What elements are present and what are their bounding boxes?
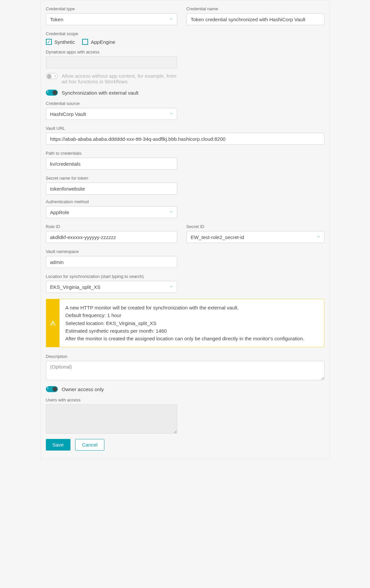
scope-synthetic-label: Synthetic [55,39,75,45]
description-input[interactable] [46,361,324,380]
vault-url-input[interactable] [46,133,324,145]
path-credentials-input[interactable] [46,158,177,170]
apps-access-input[interactable] [46,56,177,68]
save-button[interactable]: Save [46,439,70,451]
credential-type-value[interactable] [46,13,177,25]
credential-type-label: Credential type [46,6,177,11]
owner-access-label: Owner access only [62,386,104,392]
warning-line-5: After the monitor is created the assigne… [65,335,305,342]
warning-line-2: Default frequency: 1 hour [65,311,305,319]
warning-line-1: A new HTTP monitor will be created for s… [65,304,305,311]
role-id-label: Role ID [46,224,177,229]
scope-appengine-checkbox[interactable]: AppEngine [82,39,115,45]
sync-vault-label: Synchronization with external vault [62,90,139,96]
secret-id-select[interactable] [186,231,324,243]
warning-icon [46,299,60,347]
secret-id-value[interactable] [186,231,324,243]
secret-id-label: Secret ID [186,224,324,229]
credential-source-value[interactable] [46,108,177,120]
owner-access-toggle[interactable]: I [46,386,58,392]
users-access-label: Users with access [46,397,324,402]
auth-method-label: Authentication method [46,199,177,204]
allow-access-toggle[interactable] [46,73,58,79]
credential-name-input[interactable] [186,13,324,25]
vault-namespace-label: Vault namespace [46,249,177,254]
checkbox-checked-icon: ✓ [46,39,52,45]
description-label: Description [46,354,324,359]
role-id-input[interactable] [46,231,177,243]
location-sync-label: Location for synchronization (start typi… [46,274,177,279]
warning-line-3: Selected location: EKS_Virginia_split_XS [65,319,305,327]
credential-source-select[interactable] [46,108,177,120]
scope-synthetic-checkbox[interactable]: ✓ Synthetic [46,39,75,45]
cancel-button[interactable]: Cancel [75,439,105,451]
location-sync-value[interactable] [46,281,177,293]
apps-access-label: Dynatrace apps with access [46,49,324,54]
scope-appengine-label: AppEngine [91,39,115,45]
allow-access-label: Allow access without app context, for ex… [62,73,179,84]
credential-type-select[interactable] [46,13,177,25]
warning-line-4: Estimated synthetic requests per month: … [65,327,305,335]
credential-source-label: Credential source [46,101,177,106]
credential-scope-label: Credential scope [46,31,324,36]
warning-box: A new HTTP monitor will be created for s… [46,299,324,347]
secret-name-token-input[interactable] [46,183,177,195]
vault-url-label: Vault URL [46,126,324,131]
auth-method-select[interactable] [46,206,177,218]
path-credentials-label: Path to credentials [46,151,177,156]
location-sync-select[interactable] [46,281,177,293]
secret-name-token-label: Secret name for token [46,176,177,181]
users-access-input[interactable] [46,404,177,434]
vault-namespace-input[interactable] [46,256,177,268]
checkbox-unchecked-icon [82,39,88,45]
sync-vault-toggle[interactable]: I [46,90,58,96]
auth-method-value[interactable] [46,206,177,218]
credential-name-label: Credential name [186,6,324,11]
